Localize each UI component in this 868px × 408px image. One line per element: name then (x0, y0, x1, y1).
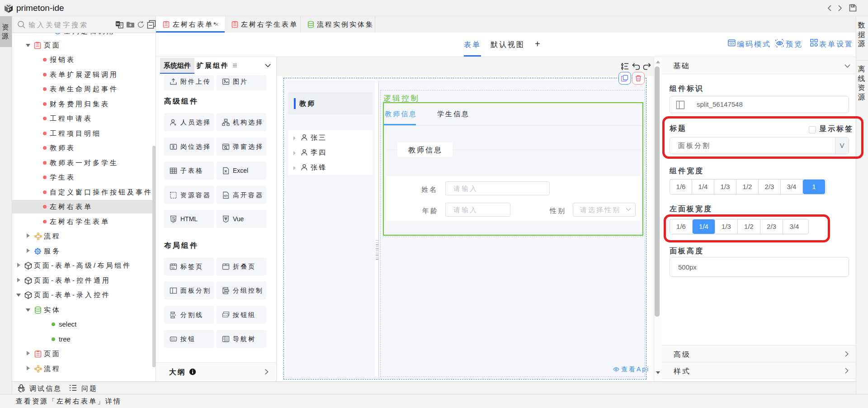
svg-text:in: in (116, 22, 119, 25)
svg-text:BTN: BTN (171, 338, 175, 341)
svg-text:BTN: BTN (223, 314, 227, 317)
svg-text:Tab: Tab (171, 266, 175, 269)
